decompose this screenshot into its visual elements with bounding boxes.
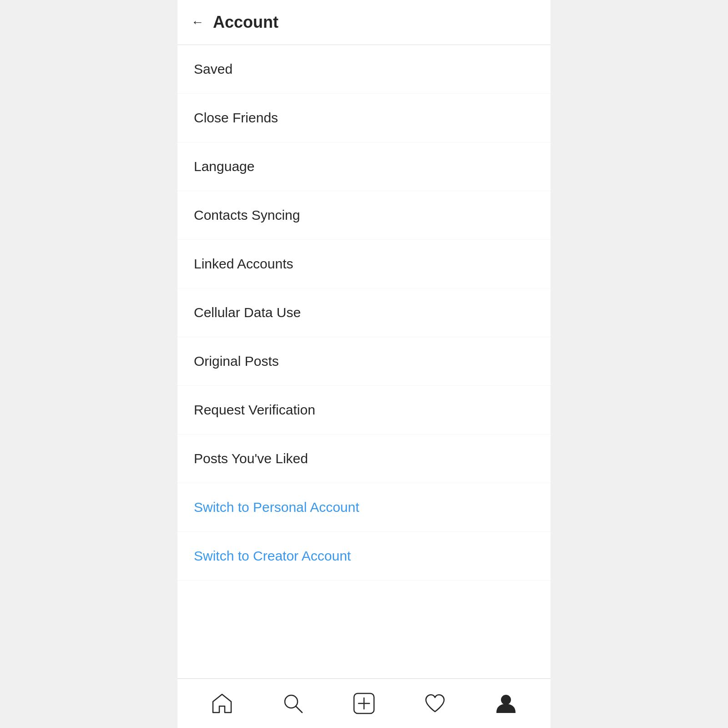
back-arrow-icon: ← — [191, 15, 204, 30]
menu-item-posts-youve-liked[interactable]: Posts You've Liked — [177, 435, 551, 483]
menu-item-contacts-syncing[interactable]: Contacts Syncing — [177, 191, 551, 240]
menu-item-label: Request Verification — [194, 402, 315, 418]
home-icon — [210, 692, 234, 715]
menu-item-close-friends[interactable]: Close Friends — [177, 94, 551, 142]
menu-item-language[interactable]: Language — [177, 142, 551, 191]
menu-item-switch-personal[interactable]: Switch to Personal Account — [177, 483, 551, 532]
nav-home-button[interactable] — [204, 690, 240, 717]
nav-profile-button[interactable] — [488, 690, 524, 717]
search-icon — [281, 692, 305, 715]
phone-screen: ← Account Saved Close Friends Language C… — [177, 0, 551, 728]
menu-item-label: Language — [194, 159, 254, 174]
menu-item-label: Switch to Personal Account — [194, 500, 359, 515]
menu-item-original-posts[interactable]: Original Posts — [177, 337, 551, 386]
menu-item-label: Saved — [194, 61, 233, 77]
menu-item-linked-accounts[interactable]: Linked Accounts — [177, 240, 551, 288]
menu-item-label: Posts You've Liked — [194, 451, 308, 466]
menu-item-switch-creator[interactable]: Switch to Creator Account — [177, 532, 551, 581]
menu-list: Saved Close Friends Language Contacts Sy… — [177, 45, 551, 728]
menu-item-label: Linked Accounts — [194, 256, 293, 272]
header: ← Account — [177, 0, 551, 45]
nav-add-button[interactable] — [346, 690, 382, 717]
back-button[interactable]: ← — [191, 15, 204, 30]
bottom-navigation — [177, 678, 551, 728]
svg-line-1 — [296, 706, 302, 713]
svg-point-5 — [501, 695, 511, 704]
add-icon — [352, 692, 376, 715]
menu-item-label: Original Posts — [194, 354, 279, 369]
menu-item-label: Cellular Data Use — [194, 305, 301, 320]
nav-search-button[interactable] — [275, 690, 311, 717]
menu-item-label: Contacts Syncing — [194, 207, 300, 223]
page-title: Account — [213, 13, 278, 32]
nav-activity-button[interactable] — [417, 690, 453, 717]
menu-item-label: Close Friends — [194, 110, 278, 126]
menu-item-label: Switch to Creator Account — [194, 548, 351, 564]
menu-item-request-verification[interactable]: Request Verification — [177, 386, 551, 435]
menu-item-cellular-data-use[interactable]: Cellular Data Use — [177, 288, 551, 337]
profile-icon — [494, 692, 518, 715]
menu-item-saved[interactable]: Saved — [177, 45, 551, 94]
heart-icon — [423, 692, 447, 715]
